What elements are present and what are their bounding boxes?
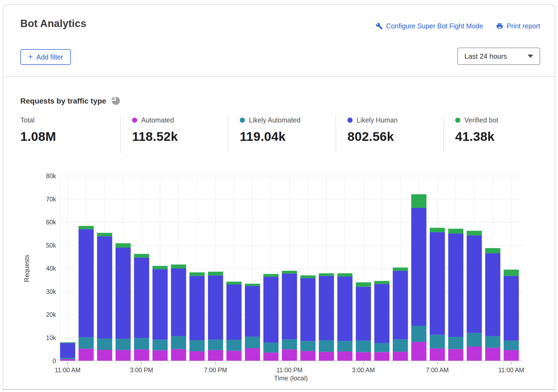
bar-segment-likely-human bbox=[430, 232, 445, 335]
bar-segment-likely-automated bbox=[374, 343, 389, 352]
bar-segment-verified-bot bbox=[374, 281, 389, 284]
stat-automated-label: Automated bbox=[141, 116, 174, 124]
bar-segment-verified-bot bbox=[227, 282, 242, 284]
bar-segment-likely-human bbox=[356, 287, 371, 341]
likely-automated-legend-dot bbox=[240, 118, 245, 123]
bar-segment-automated bbox=[356, 352, 371, 361]
x-tick-label: 7:00 PM bbox=[204, 367, 227, 374]
wrench-icon bbox=[376, 22, 383, 30]
header-divider bbox=[3, 76, 555, 77]
bar-segment-verified-bot bbox=[300, 275, 316, 278]
bar-segment-automated bbox=[97, 350, 112, 361]
bar-segment-likely-automated bbox=[60, 358, 75, 359]
bar-segment-automated bbox=[116, 350, 131, 361]
x-tick-label: 3:00 AM bbox=[352, 367, 375, 374]
bar-segment-likely-automated bbox=[448, 337, 463, 349]
bar-segment-verified-bot bbox=[171, 264, 186, 268]
x-tick-label: 11:00 AM bbox=[498, 367, 524, 374]
stat-likely-human-value: 802.56k bbox=[347, 129, 443, 144]
bar-segment-likely-human bbox=[467, 235, 482, 333]
bar-segment-verified-bot bbox=[430, 228, 445, 232]
bar-segment-likely-automated bbox=[171, 336, 186, 349]
bar-segment-likely-human bbox=[153, 269, 168, 340]
bar-segment-likely-automated bbox=[393, 339, 408, 351]
bar-segment-likely-automated bbox=[153, 340, 168, 350]
stat-total: Total 1.08M bbox=[20, 115, 120, 153]
bar-segment-likely-automated bbox=[300, 341, 316, 351]
configure-link-label: Configure Super Bot Fight Mode bbox=[386, 22, 483, 30]
y-tick-label: 0 bbox=[52, 357, 56, 364]
y-tick-label: 70k bbox=[46, 196, 56, 203]
add-filter-label: Add filter bbox=[37, 53, 63, 61]
bar-segment-likely-human bbox=[319, 276, 334, 340]
requests-by-traffic-type-chart: 010k20k30k40k50k60k70k80k11:00 AM3:00 PM… bbox=[0, 167, 558, 387]
bar-segment-likely-human bbox=[448, 234, 463, 337]
bar-segment-likely-human bbox=[116, 248, 131, 339]
bar-segment-automated bbox=[504, 350, 519, 361]
bar-segment-verified-bot bbox=[282, 271, 297, 274]
bar-segment-verified-bot bbox=[153, 266, 168, 269]
bar-segment-automated bbox=[60, 359, 75, 361]
stat-likely-automated-value: 119.04k bbox=[240, 129, 336, 144]
configure-super-bot-fight-mode-link[interactable]: Configure Super Bot Fight Mode bbox=[376, 22, 483, 30]
stat-verified-bot-label: Verified bot bbox=[464, 116, 498, 124]
plus-icon: + bbox=[28, 53, 33, 61]
bar-segment-likely-human bbox=[300, 278, 316, 341]
bar-segment-likely-human bbox=[134, 258, 149, 338]
y-tick-label: 40k bbox=[46, 265, 56, 272]
bar-segment-automated bbox=[319, 352, 334, 361]
bar-segment-likely-human bbox=[374, 284, 389, 343]
traffic-type-stats: Total 1.08M Automated 118.52k Likely Aut… bbox=[20, 115, 541, 153]
verified-bot-legend-dot bbox=[455, 118, 460, 123]
header-actions: Configure Super Bot Fight Mode Print rep… bbox=[376, 22, 540, 30]
time-range-dropdown[interactable]: Last 24 hours bbox=[457, 48, 540, 65]
bar-segment-likely-human bbox=[337, 277, 353, 341]
bar-segment-automated bbox=[189, 351, 205, 361]
bar-segment-likely-automated bbox=[78, 337, 94, 349]
print-report-link[interactable]: Print report bbox=[496, 22, 540, 30]
stat-verified-bot-value: 41.38k bbox=[455, 129, 541, 144]
bar-segment-likely-automated bbox=[337, 341, 353, 351]
bar-segment-likely-automated bbox=[411, 326, 426, 342]
add-filter-button[interactable]: + Add filter bbox=[20, 49, 71, 65]
y-tick-label: 20k bbox=[46, 311, 56, 318]
bar-segment-likely-human bbox=[393, 271, 408, 340]
bar-segment-likely-automated bbox=[485, 336, 500, 348]
bar-segment-verified-bot bbox=[245, 284, 260, 286]
bar-segment-automated bbox=[337, 351, 353, 361]
y-tick-label: 30k bbox=[46, 288, 56, 295]
bar-segment-likely-human bbox=[78, 229, 94, 337]
time-range-value: Last 24 hours bbox=[464, 52, 528, 61]
bar-segment-automated bbox=[393, 352, 408, 361]
bar-segment-verified-bot bbox=[393, 268, 408, 271]
bar-segment-likely-automated bbox=[504, 341, 519, 350]
bar-segment-verified-bot bbox=[411, 194, 426, 208]
bar-segment-automated bbox=[208, 350, 223, 361]
bar-segment-verified-bot bbox=[78, 226, 94, 229]
chevron-down-icon bbox=[528, 55, 533, 58]
bar-segment-verified-bot bbox=[319, 273, 334, 276]
bar-segment-verified-bot bbox=[116, 243, 131, 248]
y-tick-label: 10k bbox=[46, 334, 56, 341]
x-tick-label: 7:00 AM bbox=[426, 367, 449, 374]
bar-segment-automated bbox=[171, 349, 186, 361]
bar-segment-likely-automated bbox=[189, 340, 205, 351]
bar-segment-likely-human bbox=[189, 276, 205, 340]
y-tick-label: 50k bbox=[46, 242, 56, 249]
stat-verified-bot: Verified bot 41.38k bbox=[444, 115, 541, 153]
stat-total-value: 1.08M bbox=[20, 129, 120, 144]
y-tick-label: 80k bbox=[46, 172, 56, 180]
bar-segment-likely-automated bbox=[134, 338, 149, 349]
bar-segment-verified-bot bbox=[356, 282, 371, 287]
bar-segment-likely-automated bbox=[356, 341, 371, 352]
bar-segment-likely-human bbox=[263, 277, 278, 343]
bar-segment-likely-human bbox=[60, 343, 75, 358]
bar-segment-automated bbox=[263, 353, 278, 361]
bar-segment-likely-human bbox=[411, 208, 426, 326]
x-axis-title: Time (local) bbox=[274, 374, 308, 382]
bar-segment-automated bbox=[411, 342, 426, 361]
bar-segment-verified-bot bbox=[448, 229, 463, 234]
bar-segment-likely-automated bbox=[227, 340, 242, 351]
bar-segment-likely-automated bbox=[282, 339, 297, 349]
stat-likely-human: Likely Human 802.56k bbox=[336, 115, 443, 153]
